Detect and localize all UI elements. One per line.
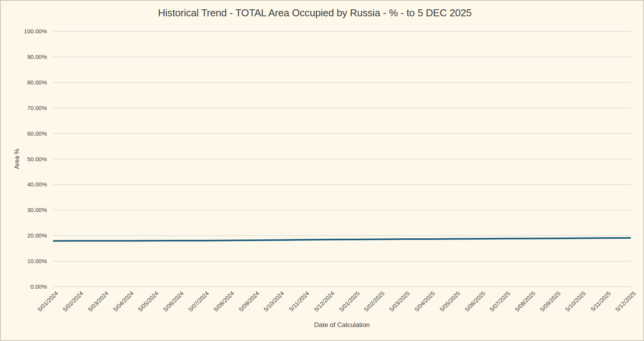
y-tick-label: 40.00% <box>4 181 47 188</box>
plot-area <box>1 1 644 341</box>
y-tick-label: 80.00% <box>4 79 47 86</box>
y-tick-label: 100.00% <box>4 28 47 35</box>
y-tick-label: 60.00% <box>4 130 47 138</box>
y-tick-label: 70.00% <box>4 104 47 112</box>
y-tick-label: 50.00% <box>4 155 47 163</box>
chart-canvas: Historical Trend - TOTAL Area Occupied b… <box>0 0 644 341</box>
data-line-total-area-occupied <box>53 238 631 241</box>
y-tick-label: 0.00% <box>4 283 47 291</box>
y-tick-label: 20.00% <box>4 232 47 239</box>
y-tick-label: 30.00% <box>4 206 47 214</box>
y-tick-label: 10.00% <box>4 257 47 265</box>
y-tick-label: 90.00% <box>4 53 47 61</box>
